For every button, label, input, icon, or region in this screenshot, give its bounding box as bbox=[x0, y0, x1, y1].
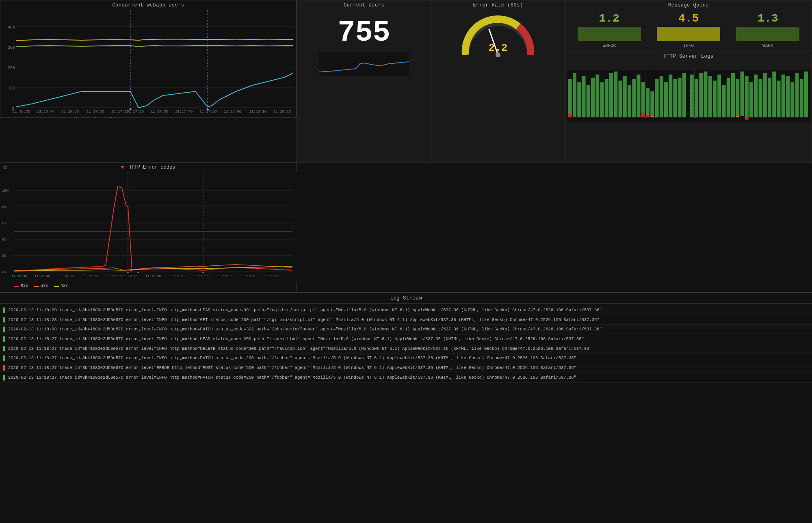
svg-rect-35 bbox=[568, 114, 572, 117]
http-server-logs-area: HTTP Server Logs bbox=[565, 50, 812, 162]
svg-rect-71 bbox=[704, 72, 708, 117]
svg-rect-52 bbox=[641, 113, 645, 117]
svg-text:11:17:40: 11:17:40 bbox=[175, 110, 193, 114]
http-server-logs-title: HTTP Server Logs bbox=[567, 52, 810, 61]
log-text: 2020-02-13 11:18:28 trace_id=8b41680e2d5… bbox=[8, 326, 809, 332]
legend-label-web-app-2: web_app_2 bbox=[56, 117, 78, 118]
svg-rect-46 bbox=[619, 81, 622, 117]
svg-rect-91 bbox=[786, 76, 790, 117]
concurrent-users-legend: web_app_1 web_app_2 web_app_3 bbox=[0, 115, 296, 118]
legend-label-web-app-1: web_app_1 bbox=[21, 117, 43, 118]
svg-text:11:17:00: 11:17:00 bbox=[82, 274, 98, 278]
svg-rect-85 bbox=[759, 79, 762, 117]
svg-rect-42 bbox=[600, 82, 604, 117]
svg-rect-34 bbox=[568, 79, 572, 117]
log-text: 2020-02-13 11:18:27 trace_id=8b41680e2d5… bbox=[8, 375, 809, 381]
svg-rect-37 bbox=[577, 82, 581, 117]
svg-rect-81 bbox=[745, 76, 749, 117]
legend-dot-5xx bbox=[14, 286, 19, 287]
log-entry: 2020-02-13 11:18:27 trace_id=8b41680e2d5… bbox=[0, 334, 812, 344]
svg-text:300: 300 bbox=[8, 46, 15, 50]
svg-text:11:17:00: 11:17:00 bbox=[87, 110, 104, 114]
svg-text:6%: 6% bbox=[2, 221, 6, 226]
svg-text:100: 100 bbox=[8, 86, 15, 91]
log-text: 2020-02-13 11:18:28 trace_id=8b41680e2d5… bbox=[8, 307, 809, 313]
mq-bar-warn bbox=[736, 27, 799, 41]
svg-rect-73 bbox=[713, 81, 717, 117]
svg-text:11:16:40: 11:16:40 bbox=[37, 110, 54, 114]
http-logs-chart-right bbox=[689, 61, 810, 130]
log-text: 2020-02-13 11:18:27 trace_id=8b41680e2d5… bbox=[8, 355, 809, 361]
svg-text:11:17:50: 11:17:50 bbox=[193, 274, 209, 278]
middle-row: ⧉ ♥ HTTP Error codes 0% 2% 4% 6% 8% 10% bbox=[0, 163, 812, 293]
svg-rect-83 bbox=[749, 82, 753, 117]
legend-label-4xx: 4XX bbox=[41, 284, 48, 289]
legend-web-app-2: web_app_2 bbox=[49, 117, 78, 118]
svg-text:2.2: 2.2 bbox=[489, 42, 508, 54]
svg-rect-54 bbox=[646, 116, 650, 117]
svg-rect-94 bbox=[800, 79, 803, 117]
svg-text:11:18:00: 11:18:00 bbox=[217, 274, 233, 278]
mq-label-error: ERROR bbox=[602, 43, 616, 48]
svg-rect-77 bbox=[731, 73, 735, 117]
svg-rect-80 bbox=[741, 72, 744, 116]
svg-text:11:17:30: 11:17:30 bbox=[145, 274, 161, 278]
svg-rect-50 bbox=[637, 75, 641, 117]
external-link-icon[interactable]: ⧉ bbox=[3, 165, 7, 171]
svg-text:200: 200 bbox=[8, 66, 15, 70]
log-indicator-info bbox=[3, 355, 5, 361]
gauge-chart: 2.2 bbox=[457, 12, 539, 61]
log-stream-panel[interactable]: 2020-02-13 11:18:28 trace_id=8b41680e2d5… bbox=[0, 304, 812, 523]
message-queue-values: 1.2 ERROR 4.5 INFO 1.3 WARN bbox=[565, 10, 812, 50]
log-entry: 2020-02-13 11:18:27 trace_id=8b41680e2d5… bbox=[0, 344, 812, 354]
svg-text:11:17:40: 11:17:40 bbox=[169, 274, 185, 278]
svg-text:11:18:10: 11:18:10 bbox=[249, 110, 266, 114]
svg-text:11:18:20: 11:18:20 bbox=[265, 274, 281, 278]
svg-rect-41 bbox=[595, 75, 599, 117]
log-indicator-error bbox=[3, 365, 5, 371]
heart-icon: ♥ bbox=[121, 165, 124, 170]
svg-text:11:16:30: 11:16:30 bbox=[13, 110, 30, 114]
svg-rect-59 bbox=[664, 82, 668, 117]
svg-rect-39 bbox=[587, 85, 590, 117]
mq-label-info: INFO bbox=[683, 43, 694, 48]
svg-rect-63 bbox=[682, 73, 686, 117]
http-error-panel: ⧉ ♥ HTTP Error codes 0% 2% 4% 6% 8% 10% bbox=[0, 163, 297, 292]
svg-rect-72 bbox=[708, 76, 712, 117]
svg-rect-92 bbox=[790, 82, 794, 117]
svg-rect-88 bbox=[772, 72, 776, 117]
mq-value-error: 1.2 bbox=[599, 12, 619, 25]
top-row: Concurrent webapp users 0 100 200 300 40… bbox=[0, 0, 812, 163]
concurrent-users-panel: Concurrent webapp users 0 100 200 300 40… bbox=[0, 0, 297, 118]
legend-label-3xx: 3XX bbox=[61, 284, 68, 289]
log-stream-section: Log Stream 2020-02-13 11:18:28 trace_id=… bbox=[0, 293, 812, 523]
svg-rect-44 bbox=[609, 73, 613, 117]
svg-rect-58 bbox=[660, 76, 663, 117]
gauge-container: 2.2 bbox=[457, 12, 539, 61]
svg-text:11:17:30: 11:17:30 bbox=[151, 110, 168, 114]
current-users-panel: Current Users 755 bbox=[297, 0, 431, 162]
legend-web-app-3: web_app_3 bbox=[84, 117, 112, 118]
log-indicator-info bbox=[3, 317, 5, 323]
svg-text:2%: 2% bbox=[2, 254, 6, 258]
svg-rect-56 bbox=[650, 116, 654, 117]
log-entry: 2020-02-13 11:18:28 trace_id=8b41680e2d5… bbox=[0, 325, 812, 334]
log-indicator-info bbox=[3, 375, 5, 381]
mq-bar-error bbox=[578, 27, 641, 41]
svg-rect-0 bbox=[0, 10, 297, 114]
svg-rect-87 bbox=[768, 78, 771, 117]
svg-text:4%: 4% bbox=[2, 238, 6, 242]
svg-rect-86 bbox=[763, 73, 767, 117]
log-entry: 2020-02-13 11:18:28 trace_id=8b41680e2d5… bbox=[0, 315, 812, 325]
right-panels: Current Users 755 Error Rate (60s) bbox=[297, 0, 812, 162]
concurrent-users-chart: 0 100 200 300 400 bbox=[0, 10, 297, 114]
svg-text:11:16:50: 11:16:50 bbox=[58, 274, 74, 278]
svg-rect-40 bbox=[591, 78, 595, 117]
svg-rect-48 bbox=[628, 85, 631, 117]
current-users-sparkline bbox=[319, 52, 409, 76]
svg-rect-76 bbox=[727, 78, 730, 117]
legend-label-web-app-3: web_app_3 bbox=[90, 117, 112, 118]
svg-rect-36 bbox=[573, 73, 576, 117]
svg-text:11:16:40: 11:16:40 bbox=[35, 274, 50, 278]
log-text: 2020-02-13 11:18:27 trace_id=8b41680e2d5… bbox=[8, 346, 809, 352]
